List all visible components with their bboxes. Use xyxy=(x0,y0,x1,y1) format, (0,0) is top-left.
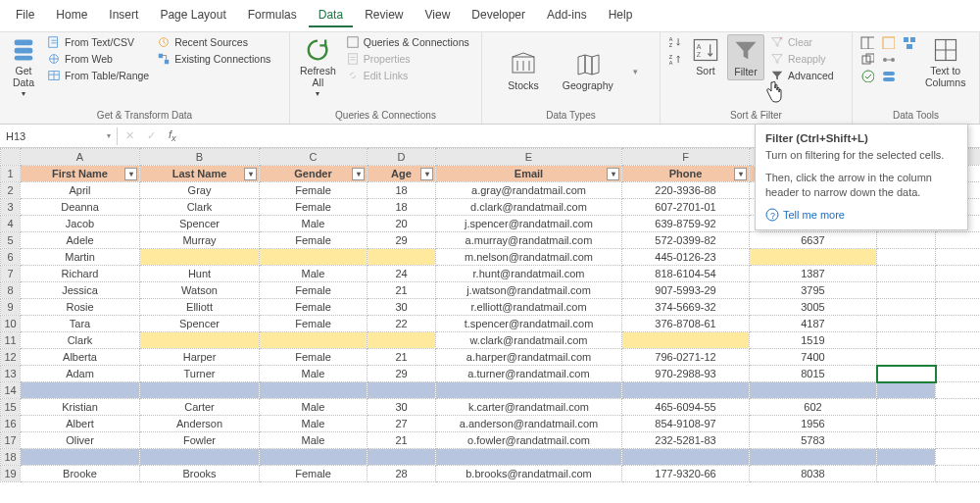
cell[interactable]: 572-0399-82 xyxy=(622,232,750,249)
filter-button[interactable]: Filter xyxy=(727,34,764,80)
cell[interactable]: 374-5669-32 xyxy=(622,299,750,316)
cell[interactable] xyxy=(936,332,981,349)
refresh-all-button[interactable]: Refresh All▾ xyxy=(296,34,340,100)
cell[interactable] xyxy=(877,416,936,432)
cell[interactable] xyxy=(936,432,981,449)
cell[interactable] xyxy=(140,249,260,266)
cell[interactable] xyxy=(368,382,436,399)
cell[interactable] xyxy=(260,382,368,399)
cell[interactable]: 376-8708-61 xyxy=(622,316,750,332)
cell[interactable]: Male xyxy=(260,416,368,432)
row-header[interactable]: 4 xyxy=(1,216,21,232)
cell[interactable] xyxy=(260,332,368,349)
recent-sources[interactable]: Recent Sources xyxy=(155,34,272,50)
name-box[interactable]: H13▾ xyxy=(0,127,118,145)
data-validation-icon[interactable] xyxy=(858,68,876,83)
cell[interactable] xyxy=(936,399,981,416)
cell[interactable] xyxy=(436,449,622,466)
select-all-corner[interactable] xyxy=(1,149,21,166)
cell[interactable] xyxy=(936,416,981,432)
menu-review[interactable]: Review xyxy=(355,4,413,27)
menu-insert[interactable]: Insert xyxy=(99,4,148,27)
cell[interactable] xyxy=(936,466,981,482)
menu-formulas[interactable]: Formulas xyxy=(238,4,307,27)
text-to-columns-icon[interactable] xyxy=(858,34,876,50)
row-header[interactable]: 6 xyxy=(1,249,21,266)
cell[interactable]: Anderson xyxy=(140,416,260,432)
cell[interactable]: 1387 xyxy=(750,266,877,282)
cell[interactable] xyxy=(368,332,436,349)
row-header[interactable]: 7 xyxy=(1,266,21,282)
filter-dropdown-icon[interactable]: ▾ xyxy=(352,168,365,180)
filter-dropdown-icon[interactable]: ▾ xyxy=(607,168,619,180)
cell[interactable] xyxy=(622,382,750,399)
cell[interactable] xyxy=(750,382,877,399)
cell[interactable]: 1519 xyxy=(750,332,877,349)
from-table-range[interactable]: From Table/Range xyxy=(45,68,151,83)
cell[interactable]: 7400 xyxy=(750,349,877,366)
data-model-icon[interactable] xyxy=(879,68,897,83)
cell[interactable]: j.spencer@randatmail.com xyxy=(436,216,622,232)
table-header[interactable]: Phone▾ xyxy=(622,166,750,182)
cell[interactable]: Female xyxy=(260,349,368,366)
existing-connections[interactable]: Existing Connections xyxy=(155,51,272,67)
advanced-filter[interactable]: Advanced xyxy=(768,68,836,83)
filter-dropdown-icon[interactable]: ▾ xyxy=(734,168,747,180)
sort-button[interactable]: AZ Sort xyxy=(688,34,723,78)
cell[interactable]: Female xyxy=(260,232,368,249)
cell[interactable]: Watson xyxy=(140,282,260,299)
flash-fill-icon[interactable] xyxy=(879,34,897,50)
cell[interactable]: 21 xyxy=(368,282,436,299)
cell[interactable]: Adam xyxy=(21,366,140,382)
cell[interactable]: Deanna xyxy=(21,199,140,216)
cell[interactable]: 8015 xyxy=(750,366,877,382)
cell[interactable]: 28 xyxy=(368,466,436,482)
get-data-button[interactable]: Get Data▾ xyxy=(6,34,41,100)
cell[interactable]: t.spencer@randatmail.com xyxy=(436,316,622,332)
table-header[interactable]: First Name▾ xyxy=(21,166,140,182)
cell[interactable] xyxy=(877,316,936,332)
cell[interactable]: r.elliott@randatmail.com xyxy=(436,299,622,316)
row-header[interactable]: 2 xyxy=(1,182,21,199)
cell[interactable]: a.gray@randatmail.com xyxy=(436,182,622,199)
cell[interactable]: a.murray@randatmail.com xyxy=(436,232,622,249)
cell[interactable]: 445-0126-23 xyxy=(622,249,750,266)
menu-help[interactable]: Help xyxy=(599,4,643,27)
cell[interactable]: 796-0271-12 xyxy=(622,349,750,366)
cell[interactable]: 818-6104-54 xyxy=(622,266,750,282)
cell[interactable]: Martin xyxy=(21,249,140,266)
cell[interactable]: r.hunt@randatmail.com xyxy=(436,266,622,282)
row-header[interactable]: 14 xyxy=(1,382,21,399)
cell[interactable]: Jacob xyxy=(21,216,140,232)
cell[interactable] xyxy=(368,249,436,266)
menu-add-ins[interactable]: Add-ins xyxy=(537,4,597,27)
cell[interactable]: 602 xyxy=(750,399,877,416)
cell[interactable]: a.turner@randatmail.com xyxy=(436,366,622,382)
col-header[interactable]: E xyxy=(436,149,622,166)
cell[interactable] xyxy=(368,449,436,466)
cell[interactable] xyxy=(750,449,877,466)
cell[interactable]: 607-2701-01 xyxy=(622,199,750,216)
row-header[interactable]: 1 xyxy=(1,166,21,182)
cell[interactable]: Hunt xyxy=(140,266,260,282)
cell[interactable]: 907-5993-29 xyxy=(622,282,750,299)
row-header[interactable]: 3 xyxy=(1,199,21,216)
cell[interactable]: Adele xyxy=(21,232,140,249)
cell[interactable] xyxy=(877,466,936,482)
text-to-columns-button[interactable]: Text to Columns xyxy=(921,34,969,90)
cell[interactable] xyxy=(260,249,368,266)
row-header[interactable]: 19 xyxy=(1,466,21,482)
cell[interactable]: Brooke xyxy=(21,466,140,482)
cell[interactable]: Male xyxy=(260,366,368,382)
cell[interactable]: Male xyxy=(260,266,368,282)
cell[interactable] xyxy=(936,249,981,266)
cell[interactable] xyxy=(877,449,936,466)
cell[interactable]: Female xyxy=(260,199,368,216)
sort-asc-button[interactable]: AZ xyxy=(666,34,684,50)
cell[interactable]: 8038 xyxy=(750,466,877,482)
menu-view[interactable]: View xyxy=(416,4,461,27)
cell[interactable]: Spencer xyxy=(140,216,260,232)
table-header[interactable]: Email▾ xyxy=(436,166,622,182)
table-header[interactable]: Gender▾ xyxy=(260,166,368,182)
row-header[interactable]: 16 xyxy=(1,416,21,432)
